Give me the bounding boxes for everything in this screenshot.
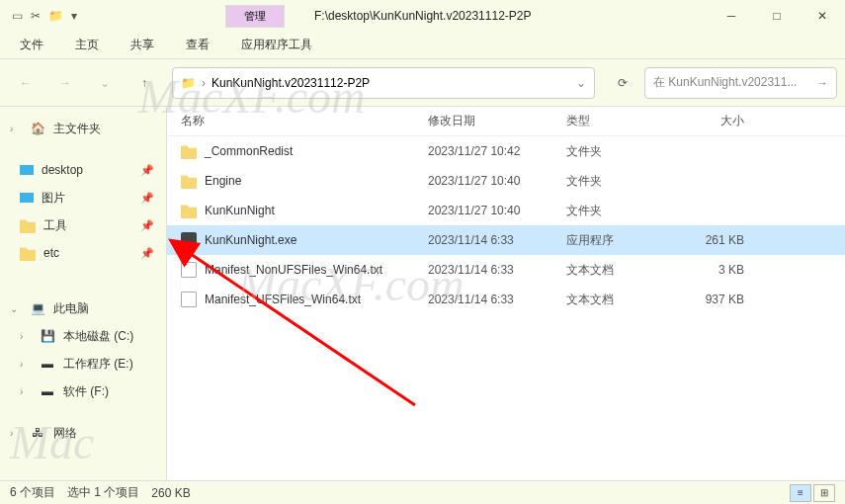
file-name: Manifest_UFSFiles_Win64.txt [205, 293, 361, 306]
chevron-right-icon: › [20, 386, 32, 397]
manage-tab[interactable]: 管理 [225, 5, 285, 28]
chevron-right-icon: › [20, 359, 32, 370]
menu-home[interactable]: 主页 [75, 37, 99, 53]
network-icon: 🖧 [30, 425, 45, 441]
dropdown-icon[interactable]: ▾ [71, 9, 77, 23]
file-row[interactable]: KunKunNight2023/11/27 10:40文件夹 [167, 196, 845, 225]
sidebar-label: 工具 [43, 217, 67, 234]
pin-icon: 📌 [140, 164, 154, 177]
file-name: _CommonRedist [205, 144, 293, 158]
folder-icon: ▭ [12, 9, 23, 23]
sidebar-drive-f[interactable]: ›▬软件 (F:) [0, 378, 166, 405]
file-type: 文件夹 [566, 203, 675, 219]
back-button[interactable]: ← [8, 67, 43, 99]
selected-size: 260 KB [151, 486, 190, 500]
file-name: Engine [205, 174, 241, 188]
col-type[interactable]: 类型 [566, 113, 675, 129]
sidebar-label: 此电脑 [53, 300, 89, 317]
icons-view-button[interactable]: ⊞ [813, 484, 835, 502]
menu-share[interactable]: 共享 [130, 37, 154, 53]
status-bar: 6 个项目 选中 1 个项目 260 KB ≡ ⊞ [0, 480, 845, 504]
search-placeholder: 在 KunKunNight.v202311... [653, 74, 797, 91]
sidebar-item-tools[interactable]: 工具📌 [0, 211, 166, 239]
col-size[interactable]: 大小 [675, 113, 764, 129]
newfolder-icon[interactable]: 📁 [48, 9, 63, 23]
desktop-icon [20, 165, 34, 175]
col-date[interactable]: 修改日期 [428, 113, 566, 129]
address-bar[interactable]: 📁 › KunKunNight.v20231112-P2P ⌄ [172, 67, 595, 99]
refresh-button[interactable]: ⟳ [605, 67, 640, 99]
menubar: 文件 主页 共享 查看 应用程序工具 [0, 32, 845, 59]
sidebar-item-etc[interactable]: etc📌 [0, 239, 166, 267]
forward-button[interactable]: → [47, 67, 83, 99]
sidebar-label: 图片 [42, 190, 65, 207]
folder-icon [181, 173, 197, 189]
file-list: 名称 修改日期 类型 大小 _CommonRedist2023/11/27 10… [166, 107, 845, 480]
sidebar-label: 主文件夹 [53, 121, 101, 137]
column-headers: 名称 修改日期 类型 大小 [167, 107, 845, 136]
folder-icon [181, 143, 197, 159]
up-button[interactable]: ↑ [127, 67, 162, 99]
file-name: Manifest_NonUFSFiles_Win64.txt [205, 263, 382, 277]
history-dropdown[interactable]: ⌄ [87, 67, 123, 99]
file-date: 2023/11/14 6:33 [428, 263, 566, 277]
minimize-button[interactable]: ─ [709, 0, 754, 32]
menu-file[interactable]: 文件 [20, 37, 43, 53]
titlebar: ▭ ✂ 📁 ▾ 管理 F:\desktop\KunKunNight.v20231… [0, 0, 845, 32]
sidebar-thispc[interactable]: ⌄ 💻 此电脑 [0, 294, 166, 322]
chevron-right-icon: › [10, 428, 22, 439]
sidebar-label: 软件 (F:) [63, 383, 109, 400]
file-row[interactable]: KunKunNight.exe2023/11/14 6:33应用程序261 KB [167, 225, 845, 255]
pictures-icon [20, 193, 34, 203]
sidebar-network[interactable]: › 🖧 网络 [0, 419, 166, 447]
file-type: 文本文档 [566, 292, 675, 308]
tools-icon[interactable]: ✂ [31, 9, 41, 23]
search-icon: → [816, 76, 828, 90]
sidebar-drive-e[interactable]: ›▬工作程序 (E:) [0, 350, 166, 378]
pin-icon: 📌 [140, 247, 154, 260]
drive-icon: ▬ [40, 356, 55, 372]
file-size: 261 KB [675, 233, 764, 247]
file-row[interactable]: _CommonRedist2023/11/27 10:42文件夹 [167, 136, 845, 166]
details-view-button[interactable]: ≡ [790, 484, 811, 502]
sidebar-home[interactable]: › 🏠 主文件夹 [0, 115, 166, 142]
pin-icon: 📌 [140, 219, 154, 232]
file-type: 文本文档 [566, 262, 675, 279]
col-name[interactable]: 名称 [181, 113, 428, 129]
item-count: 6 个项目 [10, 484, 55, 501]
file-type: 文件夹 [566, 143, 675, 160]
file-date: 2023/11/27 10:40 [428, 204, 566, 217]
maximize-button[interactable]: □ [754, 0, 800, 32]
folder-icon [181, 203, 197, 218]
toolbar: ← → ⌄ ↑ 📁 › KunKunNight.v20231112-P2P ⌄ … [0, 59, 845, 107]
file-size: 3 KB [675, 263, 764, 277]
close-button[interactable]: ✕ [800, 0, 845, 32]
chevron-right-icon: › [202, 76, 206, 90]
sidebar-drive-c[interactable]: ›💾本地磁盘 (C:) [0, 322, 166, 350]
file-row[interactable]: Manifest_NonUFSFiles_Win64.txt2023/11/14… [167, 255, 845, 285]
sidebar-label: desktop [42, 163, 83, 177]
sidebar-label: 本地磁盘 (C:) [63, 328, 133, 345]
selected-count: 选中 1 个项目 [67, 484, 139, 501]
chevron-down-icon[interactable]: ⌄ [576, 76, 586, 90]
home-icon: 🏠 [30, 121, 45, 136]
breadcrumb[interactable]: KunKunNight.v20231112-P2P [211, 76, 370, 90]
sidebar-label: etc [43, 246, 59, 260]
folder-icon: 📁 [181, 76, 196, 90]
sidebar-item-desktop[interactable]: desktop📌 [0, 156, 166, 184]
folder-icon [20, 217, 36, 233]
file-type: 文件夹 [566, 173, 675, 190]
menu-view[interactable]: 查看 [186, 37, 210, 53]
sidebar-item-pictures[interactable]: 图片📌 [0, 184, 166, 211]
file-row[interactable]: Manifest_UFSFiles_Win64.txt2023/11/14 6:… [167, 285, 845, 314]
pc-icon: 💻 [30, 300, 45, 316]
exe-icon [181, 232, 197, 248]
search-input[interactable]: 在 KunKunNight.v202311... → [644, 67, 837, 99]
file-name: KunKunNight [205, 204, 275, 217]
menu-apptools[interactable]: 应用程序工具 [241, 37, 312, 53]
chevron-down-icon: ⌄ [10, 303, 22, 314]
file-name: KunKunNight.exe [205, 233, 296, 247]
file-row[interactable]: Engine2023/11/27 10:40文件夹 [167, 166, 845, 196]
file-icon [181, 262, 197, 278]
chevron-right-icon: › [20, 331, 32, 342]
